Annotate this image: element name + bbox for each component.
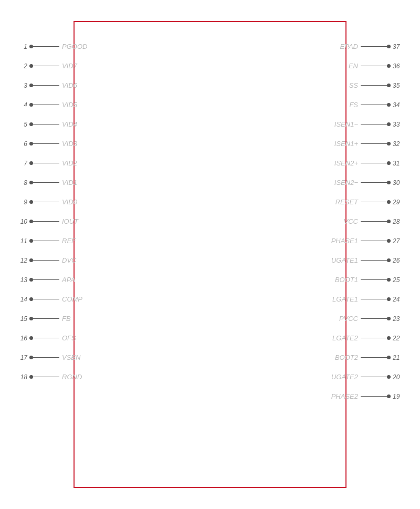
- right-pin-24: 24 LGATE1: [331, 289, 404, 309]
- pin-name-right-24: LGATE1: [332, 295, 358, 303]
- left-pin-1: 1 PGOOD: [16, 37, 87, 56]
- pin-line-left-18: [33, 377, 59, 378]
- pin-name-left-13: APA: [62, 276, 75, 284]
- pin-dot-right-33: [387, 122, 391, 126]
- left-pins: 1 PGOOD 2 VID7 3 VID6 4 VID5 5 VID4 6 VI…: [16, 37, 87, 387]
- pin-name-left-17: VSEN: [62, 354, 80, 361]
- right-pin-22: 22 LGATE2: [331, 328, 404, 348]
- pin-dot-left-6: [29, 142, 33, 146]
- pin-dot-left-10: [29, 220, 33, 223]
- pin-dot-left-3: [29, 84, 33, 87]
- pin-number-23: 23: [393, 315, 404, 323]
- left-pin-16: 16 OFS: [16, 328, 87, 348]
- pin-dot-left-2: [29, 64, 33, 68]
- left-pin-15: 15 FB: [16, 309, 87, 328]
- pin-name-right-22: LGATE2: [332, 334, 358, 342]
- pin-line-left-10: [33, 221, 59, 222]
- pin-name-right-30: ISEN2−: [334, 179, 358, 186]
- pin-number-1: 1: [16, 43, 27, 50]
- pin-number-16: 16: [16, 335, 27, 342]
- pin-number-14: 14: [16, 296, 27, 303]
- pin-dot-left-16: [29, 336, 33, 340]
- pin-name-right-25: BOOT1: [335, 276, 358, 284]
- pin-name-left-1: PGOOD: [62, 43, 87, 50]
- pin-name-right-29: RESET: [335, 198, 358, 206]
- pin-number-35: 35: [393, 82, 404, 89]
- pin-dot-right-25: [387, 278, 391, 282]
- pin-line-right-27: [361, 241, 387, 242]
- pin-name-left-16: OFS: [62, 334, 76, 342]
- pin-dot-left-9: [29, 200, 33, 204]
- pin-name-left-18: RGND: [62, 373, 82, 381]
- right-pin-31: 31 ISEN2+: [331, 153, 404, 173]
- right-pin-26: 26 UGATE1: [331, 251, 404, 270]
- right-pin-36: 36 EN: [331, 56, 404, 76]
- pin-dot-left-13: [29, 278, 33, 282]
- pin-dot-left-4: [29, 103, 33, 107]
- left-pin-7: 7 VID2: [16, 153, 87, 173]
- pin-number-10: 10: [16, 218, 27, 225]
- pin-name-left-5: VID4: [62, 120, 77, 128]
- pin-number-5: 5: [16, 121, 27, 128]
- pin-name-right-20: UGATE2: [331, 373, 358, 381]
- right-pin-27: 27 PHASE1: [331, 231, 404, 251]
- pin-line-right-23: [361, 318, 387, 319]
- right-pin-30: 30 ISEN2−: [331, 173, 404, 192]
- pin-dot-right-19: [387, 394, 391, 398]
- pin-dot-right-20: [387, 375, 391, 379]
- pin-line-right-21: [361, 357, 387, 358]
- pin-line-right-26: [361, 260, 387, 261]
- pin-line-right-31: [361, 163, 387, 164]
- pin-dot-left-14: [29, 297, 33, 301]
- left-pin-18: 18 RGND: [16, 367, 87, 387]
- pin-name-left-11: REF: [62, 237, 76, 245]
- pin-line-left-1: [33, 46, 59, 47]
- pin-name-left-9: VID0: [62, 198, 77, 206]
- pin-line-right-33: [361, 124, 387, 125]
- right-pin-28: 28 VCC: [331, 212, 404, 231]
- pin-name-left-15: FB: [62, 315, 71, 323]
- left-pin-10: 10 IOUT: [16, 212, 87, 231]
- pin-number-33: 33: [393, 121, 404, 128]
- left-pin-17: 17 VSEN: [16, 348, 87, 367]
- pin-dot-right-28: [387, 220, 391, 223]
- pin-number-6: 6: [16, 140, 27, 148]
- left-pin-9: 9 VID0: [16, 192, 87, 212]
- pin-number-30: 30: [393, 179, 404, 186]
- pin-line-right-25: [361, 279, 387, 281]
- right-pin-35: 35 SS: [331, 76, 404, 95]
- pin-number-29: 29: [393, 199, 404, 206]
- right-pins: 37 EPAD 36 EN 35 SS 34 FS 33 ISEN1− 32 I…: [331, 37, 404, 406]
- pin-dot-right-36: [387, 64, 391, 68]
- pin-name-right-21: BOOT2: [335, 354, 358, 361]
- pin-name-left-2: VID7: [62, 62, 77, 70]
- pin-dot-right-21: [387, 356, 391, 359]
- pin-number-17: 17: [16, 354, 27, 361]
- right-pin-25: 25 BOOT1: [331, 270, 404, 289]
- pin-name-left-12: DVC: [62, 256, 76, 264]
- pin-number-7: 7: [16, 160, 27, 167]
- pin-name-left-14: COMP: [62, 295, 82, 303]
- pin-dot-right-30: [387, 181, 391, 184]
- pin-dot-right-27: [387, 239, 391, 243]
- pin-number-31: 31: [393, 160, 404, 167]
- left-pin-14: 14 COMP: [16, 289, 87, 309]
- pin-line-right-29: [361, 202, 387, 203]
- pin-dot-left-5: [29, 122, 33, 126]
- pin-dot-left-12: [29, 258, 33, 262]
- pin-name-left-4: VID5: [62, 101, 77, 109]
- right-pin-37: 37 EPAD: [331, 37, 404, 56]
- pin-dot-right-24: [387, 297, 391, 301]
- pin-name-left-7: VID2: [62, 159, 77, 167]
- pin-name-right-35: SS: [349, 81, 358, 89]
- pin-number-22: 22: [393, 335, 404, 342]
- pin-line-right-20: [361, 377, 387, 378]
- right-pin-21: 21 BOOT2: [331, 348, 404, 367]
- pin-name-left-8: VID1: [62, 179, 77, 186]
- pin-number-9: 9: [16, 199, 27, 206]
- pin-line-right-37: [361, 46, 387, 47]
- pin-number-34: 34: [393, 101, 404, 109]
- right-pin-20: 20 UGATE2: [331, 367, 404, 387]
- pin-number-19: 19: [393, 393, 404, 400]
- pin-line-left-5: [33, 124, 59, 125]
